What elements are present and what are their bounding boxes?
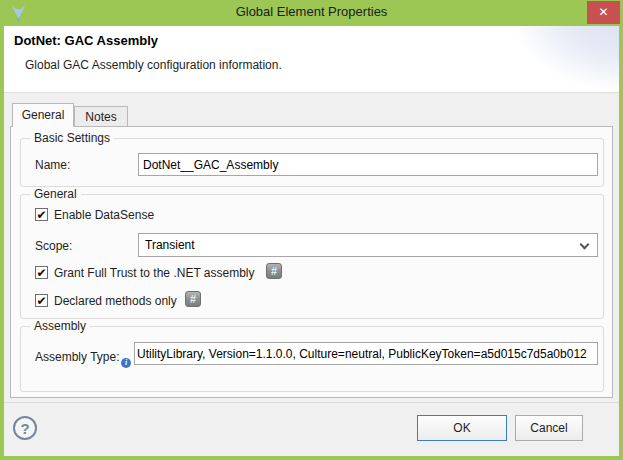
dialog-header: DotNet: GAC Assembly Global GAC Assembly…	[4, 26, 619, 93]
assembly-type-input[interactable]	[134, 342, 598, 365]
dialog-client-area: DotNet: GAC Assembly Global GAC Assembly…	[4, 26, 619, 456]
assembly-group: Assembly Assembly Type: i	[20, 326, 604, 392]
name-label: Name:	[35, 158, 70, 172]
general-legend: General	[30, 187, 81, 201]
button-bar: ? OK Cancel	[4, 402, 619, 456]
scope-label: Scope:	[35, 239, 72, 253]
global-element-properties-dialog: Global Element Properties ✕ DotNet: GAC …	[0, 0, 623, 460]
enable-datasense-checkbox[interactable]: ✔	[35, 208, 48, 221]
chevron-down-icon	[580, 240, 590, 250]
cancel-button[interactable]: Cancel	[515, 415, 583, 441]
window-title: Global Element Properties	[0, 4, 623, 19]
info-icon: i	[121, 358, 131, 368]
header-gradient-decoration	[449, 26, 619, 93]
declared-methods-checkbox[interactable]: ✔	[35, 294, 48, 307]
scope-dropdown[interactable]: Transient	[138, 233, 598, 257]
expression-hash-icon[interactable]: #	[266, 263, 282, 279]
dialog-heading: DotNet: GAC Assembly	[14, 33, 158, 48]
assembly-type-label: Assembly Type:	[35, 350, 119, 364]
scope-selected-value: Transient	[145, 238, 195, 252]
dialog-subheading: Global GAC Assembly configuration inform…	[25, 58, 282, 72]
title-bar: Global Element Properties ✕	[0, 0, 623, 26]
general-tab-panel: Basic Settings Name: General ✔ Enable Da…	[10, 126, 613, 398]
assembly-legend: Assembly	[30, 319, 90, 333]
enable-datasense-label: Enable DataSense	[54, 208, 154, 222]
expression-hash-icon[interactable]: #	[185, 291, 201, 307]
grant-full-trust-checkbox[interactable]: ✔	[35, 266, 48, 279]
tab-general[interactable]: General	[12, 103, 74, 127]
help-button[interactable]: ?	[13, 416, 37, 440]
grant-full-trust-label: Grant Full Trust to the .NET assembly	[54, 266, 255, 280]
name-input[interactable]	[138, 153, 598, 176]
tab-notes[interactable]: Notes	[74, 106, 128, 127]
basic-settings-group: Basic Settings Name:	[20, 138, 604, 187]
declared-methods-label: Declared methods only	[54, 294, 177, 308]
ok-button[interactable]: OK	[417, 415, 507, 441]
basic-settings-legend: Basic Settings	[30, 131, 114, 145]
general-group: General ✔ Enable DataSense Scope: Transi…	[20, 194, 604, 319]
close-button[interactable]: ✕	[587, 1, 620, 24]
